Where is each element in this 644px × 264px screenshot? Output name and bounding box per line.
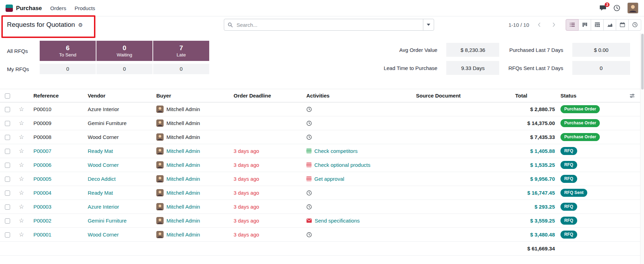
pager-previous-button[interactable]: [534, 20, 544, 30]
menu-item-orders[interactable]: Orders: [50, 5, 66, 11]
dash-filter-all-rfqs[interactable]: All RFQs: [7, 41, 39, 61]
dash-card-my-rfqs-col2[interactable]: 0: [96, 64, 152, 74]
table-row[interactable]: ☆P00009Gemini FurnitureMitchell Admin$ 1…: [0, 116, 641, 130]
star-icon[interactable]: ☆: [19, 217, 24, 224]
dash-card-all-rfqs-waiting[interactable]: 0Waiting: [96, 41, 152, 61]
app-switcher[interactable]: Purchase: [6, 5, 42, 12]
view-button-calendar[interactable]: [616, 19, 629, 31]
activity-label[interactable]: Check optional products: [314, 162, 370, 168]
table-row[interactable]: ☆P00005Deco AddictMitchell Admin3 days a…: [0, 172, 641, 186]
activity-list-red-icon[interactable]: [306, 177, 312, 181]
app-name[interactable]: Purchase: [16, 5, 42, 11]
row-activity: [306, 204, 410, 210]
row-source-document: [413, 158, 512, 172]
column-header-vendor[interactable]: Vendor: [85, 89, 154, 102]
status-badge: RFQ: [560, 175, 577, 183]
column-header-total[interactable]: Total: [512, 89, 558, 102]
select-all-checkbox[interactable]: [5, 93, 10, 99]
search-input[interactable]: [236, 22, 423, 28]
row-checkbox[interactable]: [5, 232, 10, 238]
scrollbar-thumb[interactable]: [641, 34, 644, 90]
activity-clock-icon[interactable]: [306, 134, 312, 140]
table-row[interactable]: ☆P00008Wood CornerMitchell Admin$ 7,435.…: [0, 130, 641, 144]
activity-envelope-red-icon[interactable]: [306, 218, 312, 223]
star-icon[interactable]: ☆: [19, 106, 24, 112]
column-header-status[interactable]: Status: [558, 89, 624, 102]
row-checkbox[interactable]: [5, 121, 10, 126]
row-checkbox[interactable]: [5, 149, 10, 154]
column-header-source-document[interactable]: Source Document: [413, 89, 512, 102]
column-header-buyer[interactable]: Buyer: [154, 89, 231, 102]
row-checkbox[interactable]: [5, 107, 10, 112]
star-icon[interactable]: ☆: [19, 134, 24, 140]
column-header-activities[interactable]: Activities: [304, 89, 413, 102]
dash-filter-my-rfqs[interactable]: My RFQs: [7, 64, 39, 74]
row-reference[interactable]: P00004: [31, 186, 85, 200]
view-button-pivot[interactable]: [591, 19, 604, 31]
row-reference[interactable]: P00010: [31, 102, 85, 116]
messages-button[interactable]: 3: [599, 5, 606, 11]
menu-item-products[interactable]: Products: [74, 5, 95, 11]
view-button-activity[interactable]: [628, 19, 641, 31]
activity-label[interactable]: Check competitors: [314, 148, 358, 154]
table-row[interactable]: ☆P00001Wood CornerMitchell Admin3 days a…: [0, 228, 641, 242]
row-reference[interactable]: P00003: [31, 200, 85, 214]
column-header-reference[interactable]: Reference: [31, 89, 85, 102]
activity-list-green-icon[interactable]: [306, 149, 312, 153]
row-checkbox[interactable]: [5, 177, 10, 182]
activity-clock-icon[interactable]: [306, 107, 312, 112]
table-row[interactable]: ☆P00004Ready MatMitchell Admin3 days ago…: [0, 186, 641, 200]
activity-label[interactable]: Get approval: [314, 176, 344, 182]
row-reference[interactable]: P00002: [31, 214, 85, 228]
table-row[interactable]: ☆P00007Ready MatMitchell Admin3 days ago…: [0, 144, 641, 158]
pager-next-button[interactable]: [549, 20, 559, 30]
buyer-avatar: [156, 119, 164, 127]
row-reference[interactable]: P00007: [31, 144, 85, 158]
view-button-list[interactable]: [566, 19, 579, 31]
row-checkbox[interactable]: [5, 163, 10, 168]
row-checkbox[interactable]: [5, 204, 10, 210]
star-icon[interactable]: ☆: [19, 189, 24, 196]
optional-columns-icon[interactable]: [627, 93, 638, 99]
row-checkbox[interactable]: [5, 218, 10, 224]
footer-total: $ 61,669.34: [512, 242, 558, 256]
row-reference[interactable]: P00008: [31, 130, 85, 144]
activity-label[interactable]: Send specifications: [315, 218, 360, 224]
dash-card-all-rfqs-late[interactable]: 7Late: [153, 41, 209, 61]
activity-list-red-icon[interactable]: [306, 163, 312, 167]
dash-card-my-rfqs-col1[interactable]: 0: [40, 64, 96, 74]
activity-clock-icon[interactable]: [306, 190, 312, 196]
view-button-kanban[interactable]: [578, 19, 591, 31]
star-icon[interactable]: ☆: [19, 120, 24, 126]
gear-icon[interactable]: ⚙: [78, 22, 83, 28]
dash-card-my-rfqs-col3[interactable]: 0: [153, 64, 209, 74]
view-button-graph[interactable]: [603, 19, 616, 31]
row-reference[interactable]: P00001: [31, 228, 85, 242]
star-icon[interactable]: ☆: [19, 231, 24, 238]
status-badge: RFQ Sent: [560, 189, 587, 196]
star-icon[interactable]: ☆: [19, 203, 24, 210]
star-icon[interactable]: ☆: [19, 148, 24, 154]
row-reference[interactable]: P00006: [31, 158, 85, 172]
row-reference[interactable]: P00009: [31, 116, 85, 130]
activities-button[interactable]: [613, 5, 620, 11]
table-row[interactable]: ☆P00003Azure InteriorMitchell Admin3 day…: [0, 200, 641, 214]
table-row[interactable]: ☆P00010Azure InteriorMitchell Admin$ 2,8…: [0, 102, 641, 116]
row-checkbox[interactable]: [5, 135, 10, 140]
table-row[interactable]: ☆P00002Gemini FurnitureMitchell Admin3 d…: [0, 214, 641, 228]
row-vendor: Ready Mat: [85, 186, 154, 200]
star-icon[interactable]: ☆: [19, 162, 24, 168]
dash-card-all-rfqs-to-send[interactable]: 6To Send: [40, 41, 96, 61]
status-badge: RFQ: [560, 217, 577, 224]
column-header-order-deadline[interactable]: Order Deadline: [231, 89, 304, 102]
activity-clock-icon[interactable]: [306, 204, 312, 210]
star-icon[interactable]: ☆: [19, 176, 24, 182]
activity-clock-icon[interactable]: [306, 232, 312, 238]
activity-clock-icon[interactable]: [306, 121, 312, 126]
user-avatar[interactable]: [627, 2, 638, 14]
row-reference[interactable]: P00005: [31, 172, 85, 186]
search-options-button[interactable]: [423, 19, 434, 30]
table-row[interactable]: ☆P00006Wood CornerMitchell Admin3 days a…: [0, 158, 641, 172]
chevron-left-icon: [536, 22, 542, 28]
row-checkbox[interactable]: [5, 191, 10, 196]
